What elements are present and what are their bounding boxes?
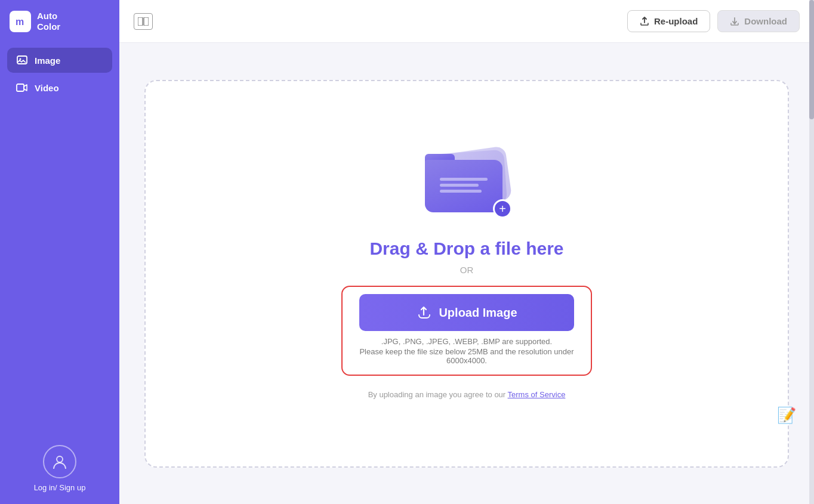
nav-items: Image Video <box>0 43 119 433</box>
terms-prefix: By uploading an image you agree to our <box>368 390 508 399</box>
avatar[interactable] <box>43 445 76 478</box>
download-button[interactable]: Download <box>717 10 800 32</box>
upload-image-label: Upload Image <box>439 306 517 320</box>
upload-cloud-icon <box>416 305 431 320</box>
svg-point-2 <box>20 58 21 60</box>
main-area: Re-upload Download <box>119 0 814 504</box>
or-divider: OR <box>460 265 474 275</box>
login-signup-text[interactable]: Log in/ Sign up <box>34 483 86 492</box>
upload-btn-container: Upload Image .JPG, .PNG, .JPEG, .WEBP, .… <box>341 286 592 376</box>
plus-circle-icon: + <box>493 199 512 218</box>
file-info: .JPG, .PNG, .JPEG, .WEBP, .BMP are suppo… <box>352 337 581 365</box>
sidebar: m Auto Color Image Vi <box>0 0 119 504</box>
app-logo-icon: m <box>10 11 31 32</box>
scrollbar-thumb[interactable] <box>809 0 814 119</box>
size-limit-text: Please keep the file size below 25MB and… <box>352 347 581 365</box>
header: Re-upload Download <box>119 0 814 43</box>
app-logo-text: Auto Color <box>37 11 60 32</box>
logo-area: m Auto Color <box>0 0 119 43</box>
folder-line-1 <box>440 178 488 181</box>
reupload-label: Re-upload <box>654 16 698 26</box>
svg-rect-5 <box>138 17 143 26</box>
folder-illustration: + <box>419 148 514 219</box>
supported-formats-text: .JPG, .PNG, .JPEG, .WEBP, .BMP are suppo… <box>352 337 581 346</box>
svg-rect-3 <box>17 84 24 91</box>
download-label: Download <box>744 16 787 26</box>
image-icon <box>16 54 29 67</box>
sidebar-item-video-label: Video <box>35 83 59 93</box>
terms-text: By uploading an image you agree to our T… <box>368 390 566 399</box>
drag-drop-heading: Drag & Drop a file here <box>369 239 563 259</box>
sidebar-item-image-label: Image <box>35 55 60 66</box>
svg-point-4 <box>57 456 63 462</box>
sidebar-bottom: Log in/ Sign up <box>0 433 119 504</box>
svg-rect-6 <box>144 17 149 26</box>
panel-toggle-button[interactable] <box>134 13 153 30</box>
folder-lines <box>440 178 488 193</box>
sidebar-item-image[interactable]: Image <box>7 48 112 73</box>
terms-of-service-link[interactable]: Terms of Service <box>508 390 566 399</box>
content-area: + Drag & Drop a file here OR Upload Imag… <box>119 43 814 504</box>
sidebar-item-video[interactable]: Video <box>7 75 112 100</box>
folder-main <box>425 160 502 212</box>
folder-line-3 <box>440 190 482 193</box>
header-right: Re-upload Download <box>627 10 800 32</box>
svg-text:m: m <box>16 17 24 27</box>
notebook-widget[interactable]: 📝 <box>777 406 803 432</box>
upload-dropzone[interactable]: + Drag & Drop a file here OR Upload Imag… <box>144 80 789 468</box>
upload-image-button[interactable]: Upload Image <box>359 294 574 331</box>
video-icon <box>16 81 29 94</box>
scrollbar-track <box>809 0 814 504</box>
folder-line-2 <box>440 184 479 187</box>
reupload-button[interactable]: Re-upload <box>627 10 710 32</box>
header-left <box>134 13 153 30</box>
